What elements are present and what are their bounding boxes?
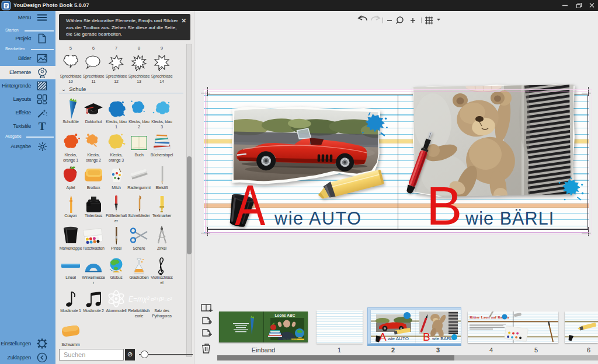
svg-text:α²+β²=c²: α²+β²=c²	[151, 296, 172, 302]
svg-text:wie BÄRLI: wie BÄRLI	[432, 336, 454, 341]
svg-text:T: T	[39, 120, 46, 132]
svg-text:E=mχ²: E=mχ²	[128, 295, 150, 303]
svg-text:Leons ABC: Leons ABC	[275, 313, 295, 317]
svg-text:B: B	[423, 331, 430, 343]
svg-text:A: A	[379, 331, 387, 343]
svg-text:Ein Kinderbuch: Ein Kinderbuch	[283, 338, 297, 341]
svg-text:wie AUTO: wie AUTO	[387, 336, 409, 341]
